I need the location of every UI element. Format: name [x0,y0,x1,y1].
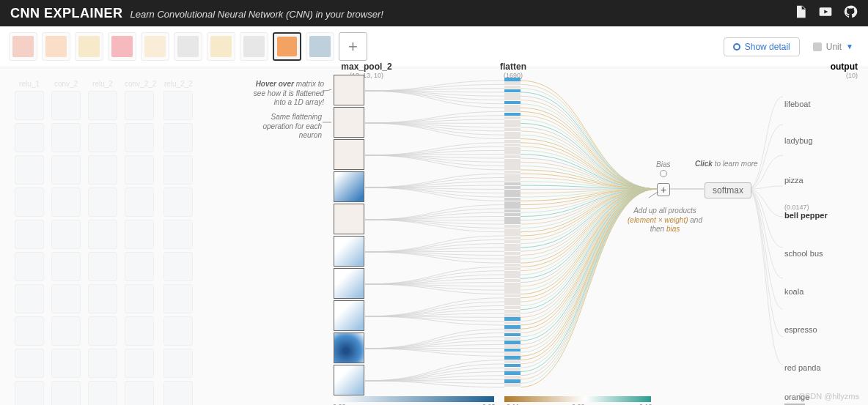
output-lifeboat[interactable]: lifeboat [784,100,858,108]
github-icon[interactable] [843,4,858,22]
thumb-school-bus[interactable] [141,32,169,61]
featuremap-3[interactable] [334,171,364,202]
eye-icon [733,43,740,51]
colorbar-activation [333,396,494,402]
sum-node[interactable]: + [657,183,670,196]
unit-icon [813,42,822,51]
header-icons [793,4,858,22]
video-icon[interactable] [818,4,833,22]
colorbar-weights [504,396,651,402]
layer-label-output: output [784,62,858,72]
anno-sum: Add up all products (element × weight) a… [625,207,705,234]
thumb-pizza[interactable] [75,32,103,61]
paper-icon[interactable] [793,4,808,22]
featuremap-5[interactable] [334,236,364,267]
add-image-button[interactable]: + [339,32,367,61]
featuremap-0[interactable] [334,75,364,105]
thumb-sport-car[interactable] [306,32,334,61]
brand-title: CNN EXPLAINER [10,6,123,21]
output-red-panda[interactable]: red panda [784,363,858,372]
featuremap-6[interactable] [334,268,364,299]
thumb-bell-pepper[interactable] [108,32,136,61]
output-pizza[interactable]: pizza [784,176,858,185]
thumbnail-row: + [9,32,367,61]
softmax-button[interactable]: softmax [705,182,751,198]
featuremap-7[interactable] [334,300,364,331]
featuremap-9[interactable] [334,365,364,395]
toolbar-right: Show detail Unit ▼ [724,37,859,56]
output-ladybug[interactable]: ladybug [784,136,858,145]
layer-label-flatten: flatten (1690) [484,62,542,79]
thumb-koala[interactable] [174,32,202,61]
output-bell-pepper[interactable]: (0.0147)bell pepper [784,204,858,220]
header-left: CNN EXPLAINER Learn Convolutional Neural… [10,6,383,21]
featuremap-1[interactable] [334,107,364,138]
anno-sameop: Same flattening operation for each neuro… [249,113,322,141]
maxpool-featuremaps [334,75,364,397]
anno-hover: Hover over matrix to see how it is flatt… [245,80,324,108]
app-header: CNN EXPLAINER Learn Convolutional Neural… [0,0,868,26]
featuremap-2[interactable] [334,139,364,170]
anno-click: Click to learn more [695,160,758,168]
featuremap-8[interactable] [334,332,364,363]
brand-tagline: Learn Convolutional Neural Network (CNN)… [130,9,383,20]
network-canvas: relu_1conv_2relu_2conv_2_2relu_2_2 max_p… [0,62,868,405]
chevron-down-icon: ▼ [846,42,853,51]
flatten-strip[interactable] [504,78,521,393]
output-column: output (10) lifeboatladybugpizza(0.0147)… [784,62,858,405]
thumb-ladybug[interactable] [42,32,70,61]
unit-toggle[interactable]: Unit ▼ [807,38,859,56]
output-espresso[interactable]: espresso [784,325,858,334]
output-school-bus[interactable]: school bus [784,249,858,258]
bias-node: Bias + [656,160,670,196]
output-koala[interactable]: koala [784,287,858,296]
thumb-espresso[interactable] [207,32,235,61]
thumb-lifeboat[interactable] [9,32,37,61]
thumb-red-panda[interactable] [240,32,268,61]
thumb-orange[interactable] [273,32,301,61]
show-detail-button[interactable]: Show detail [724,37,800,56]
unit-label: Unit [826,42,842,52]
bias-dot-icon [660,170,667,177]
featuremap-4[interactable] [334,204,364,234]
watermark: CSDN @hllyzms [799,392,859,401]
show-detail-label: Show detail [745,42,790,52]
